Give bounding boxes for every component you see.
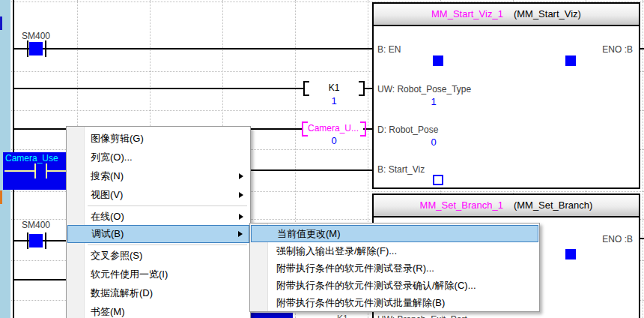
context-menu: 图像剪辑(G) 列宽(O)... 搜索(N) 视图(V) 在线(O) 调试(B)…: [66, 126, 251, 318]
contact-bar: [27, 40, 28, 57]
no-contact-sm400[interactable]: [27, 40, 46, 57]
energized-indicator: [29, 234, 43, 248]
menu-item-bookmark[interactable]: 书签(M): [67, 302, 249, 318]
menu-separator: [88, 206, 247, 206]
terminal-bracket: [359, 81, 365, 96]
menu-item-image-clip[interactable]: 图像剪辑(G): [67, 129, 249, 148]
step-number-clipped: [0, 16, 2, 30]
step-number-clipped: [0, 190, 2, 204]
ladder-editor: SM400 SM400 K1 1 Camera_U... 0 K1 MM_Sta…: [0, 0, 644, 318]
no-contact-sm400[interactable]: [27, 232, 46, 249]
menu-item-label: 调试(B): [91, 227, 124, 241]
menu-item-label: 附带执行条件的软元件测试登录(R)...: [276, 262, 434, 275]
eno-stub-wire: [640, 238, 644, 239]
menu-item-column-width[interactable]: 列宽(O)...: [67, 148, 249, 166]
input-terminal-k1[interactable]: K1: [303, 81, 365, 96]
submenu-arrow-icon: [239, 214, 243, 220]
fb-pin-start-viz[interactable]: B: Start_Viz: [377, 164, 425, 175]
fb-instance-name: MM_Start_Viz_1: [431, 8, 503, 20]
menu-item-label: 视图(V): [91, 188, 123, 202]
monitor-square-eno: [565, 56, 576, 66]
contact-bar: [45, 232, 46, 249]
submenu-item-change-current-value[interactable]: 当前值更改(M): [251, 225, 538, 242]
fb-type-name: (MM_Start_Viz): [514, 8, 581, 20]
contact-bar: [27, 232, 28, 249]
menu-item-debug[interactable]: 调试(B): [67, 225, 249, 243]
menu-item-label: 数据流解析(D): [91, 286, 153, 300]
menu-item-label: 附带执行条件的软元件测试批量解除(B): [276, 296, 445, 310]
input-terminal-camera-use[interactable]: Camera_U...: [302, 122, 366, 136]
energized-indicator: [29, 42, 43, 56]
monitor-square-eno: [565, 249, 576, 260]
contact-label[interactable]: SM400: [10, 220, 62, 230]
menu-item-label: 附带执行条件的软元件测试登录确认/解除(C)...: [276, 279, 476, 292]
terminal-label: K1: [312, 82, 356, 93]
menu-item-label: 强制输入输出登录/解除(F)...: [276, 244, 397, 258]
submenu-item-forced-io[interactable]: 强制输入输出登录/解除(F)...: [251, 242, 538, 260]
monitor-square-start-viz: [433, 175, 443, 185]
rung-wire: [14, 279, 67, 280]
terminal-bracket: [360, 122, 366, 136]
rung-wire: [14, 48, 372, 50]
fb-mm-start-viz[interactable]: MM_Start_Viz_1(MM_Start_Viz) B: EN ENO :…: [372, 2, 640, 189]
fb-header: MM_Set_Branch_1(MM_Set_Branch): [374, 195, 639, 218]
menu-item-label: 列宽(O)...: [91, 151, 133, 164]
menu-item-cross-reference[interactable]: 交叉参照(S): [67, 246, 249, 265]
eno-stub-wire: [640, 48, 644, 50]
monitor-value: 0: [422, 136, 445, 148]
contact-bar: [34, 164, 36, 178]
menu-item-label: 软元件使用一览(I): [91, 268, 168, 281]
contact-wire: [4, 170, 34, 172]
fb-pin-eno[interactable]: ENO :B: [602, 44, 633, 55]
menu-item-label: 图像剪辑(G): [91, 132, 144, 146]
terminal-label: Camera_U...: [307, 123, 359, 134]
submenu-item-device-test-register[interactable]: 附带执行条件的软元件测试登录(R)...: [251, 260, 538, 277]
fb-type-name: (MM_Set_Branch): [514, 200, 592, 211]
rung-wire: [14, 88, 303, 89]
fb-header: MM_Start_Viz_1(MM_Start_Viz): [374, 4, 639, 26]
fb-pin-branch-exit-port-clipped[interactable]: UW: Branch_Exit_Port: [377, 314, 467, 318]
contact-label[interactable]: SM400: [10, 31, 62, 41]
submenu-item-device-test-check-clear[interactable]: 附带执行条件的软元件测试登录确认/解除(C)...: [251, 277, 538, 294]
submenu-arrow-icon: [239, 173, 243, 179]
fb-pin-robot-pose-type[interactable]: UW: Robot_Pose_Type: [377, 84, 471, 94]
menu-item-label: 交叉参照(S): [91, 249, 142, 262]
menu-item-search[interactable]: 搜索(N): [67, 166, 249, 185]
monitor-value: 1: [422, 96, 445, 107]
menu-item-label: 搜索(N): [91, 170, 124, 183]
debug-submenu: 当前值更改(M) 强制输入输出登录/解除(F)... 附带执行条件的软元件测试登…: [249, 223, 540, 312]
menu-item-label: 当前值更改(M): [277, 227, 341, 241]
menu-separator: [88, 244, 247, 245]
terminal-label-clipped: K1: [337, 314, 348, 318]
menu-item-view[interactable]: 视图(V): [67, 185, 249, 204]
menu-item-label: 书签(M): [91, 305, 125, 318]
fb-pin-robot-pose[interactable]: D: Robot_Pose: [377, 124, 438, 135]
monitor-value: 1: [323, 95, 345, 106]
menu-item-device-list[interactable]: 软元件使用一览(I): [67, 265, 249, 284]
fb-pin-eno[interactable]: ENO :B: [602, 234, 633, 244]
fb-pin-en[interactable]: B: EN: [377, 44, 401, 55]
monitor-value: 0: [323, 135, 345, 146]
menu-item-online[interactable]: 在线(O): [67, 207, 249, 226]
submenu-arrow-icon: [239, 192, 243, 198]
submenu-item-device-test-batch-clear[interactable]: 附带执行条件的软元件测试批量解除(B): [251, 294, 538, 311]
menu-item-dataflow-analysis[interactable]: 数据流解析(D): [67, 284, 249, 302]
menu-item-label: 在线(O): [91, 210, 124, 224]
terminal-bracket: [303, 81, 309, 96]
selected-cell-clipped[interactable]: [249, 313, 293, 318]
contact-bar: [45, 40, 46, 57]
submenu-arrow-icon: [238, 231, 243, 237]
contact-label: Camera_Use: [5, 153, 58, 164]
fb-instance-name: MM_Set_Branch_1: [420, 200, 503, 211]
monitor-square-en: [433, 56, 443, 66]
